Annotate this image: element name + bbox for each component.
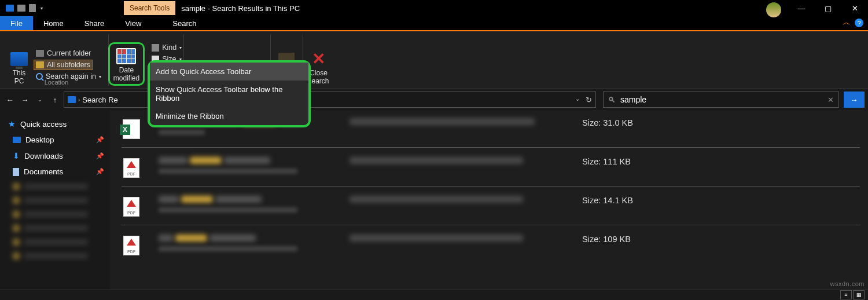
calendar-icon [116,48,136,64]
sidebar-desktop-label: Desktop [25,136,54,144]
address-dropdown-icon[interactable]: ⌄ [575,96,580,104]
collapse-ribbon-icon[interactable]: ︿ [843,17,851,28]
maximize-button[interactable]: ▢ [815,0,841,16]
qat-dropdown-icon[interactable]: ▾ [41,6,43,11]
menu-add-to-qat-label: Add to Quick Access Toolbar [156,67,251,76]
sidebar-downloads-label: Downloads [24,152,63,160]
view-tab[interactable]: View [115,16,152,30]
window-title: sample - Search Results in This PC [181,4,300,13]
result-row[interactable]: PDF Size: 111 KB [122,152,860,186]
pdf-file-icon: PDF [123,236,139,255]
help-icon[interactable]: ? [855,19,863,27]
excel-file-icon [123,119,140,139]
navigation-row: ← → ⌄ ↑ › Search Re ⌄ ↻ 🔍︎ ✕ → [0,89,868,110]
current-folder-button[interactable]: Current folder [34,48,93,58]
result-row[interactable]: PDF Size: 109 KB [122,230,860,264]
download-icon: ⬇ [13,151,20,160]
pin-icon: 📌 [96,152,104,160]
date-modified-label: Date modified [113,67,139,83]
sidebar-item-quick-access[interactable]: ★ Quick access [0,116,110,132]
folder-icon [36,61,44,68]
kind-label: Kind [162,43,176,52]
home-tab[interactable]: Home [33,16,74,30]
menubar: File Home Share View Search [0,16,868,31]
sidebar-item-blurred [0,193,110,207]
ribbon-group-location: This PC Current folder All subfolders Se… [5,34,109,86]
search-submit-button[interactable]: → [844,92,865,108]
all-subfolders-label: All subfolders [47,61,90,69]
forward-button[interactable]: → [19,93,31,106]
up-button[interactable]: ↑ [49,93,61,106]
navigation-pane: ★ Quick access Desktop 📌 ⬇ Downloads 📌 D… [0,110,110,290]
close-button[interactable]: ✕ [841,0,868,16]
current-folder-label: Current folder [47,49,91,57]
main-area: ★ Quick access Desktop 📌 ⬇ Downloads 📌 D… [0,110,868,290]
folder-icon [36,50,44,57]
watermark: wsxdn.com [830,280,865,287]
pdf-file-icon: PDF [123,158,139,178]
all-subfolders-button[interactable]: All subfolders [34,60,93,70]
search-icon: 🔍︎ [608,96,616,104]
result-size: Size: 14.1 KB [582,196,860,205]
sidebar-item-blurred [0,180,110,193]
breadcrumb-item[interactable]: Search Re [82,96,117,104]
sidebar-quick-access-label: Quick access [20,120,67,129]
pin-icon: 📌 [96,168,104,175]
date-modified-highlight: Date modified [108,42,145,86]
chevron-right-icon: › [78,97,80,103]
clear-search-icon[interactable]: ✕ [827,96,834,104]
user-avatar-icon[interactable] [766,2,781,17]
ribbon-context-menu: Add to Quick Access Toolbar Show Quick A… [148,60,311,127]
details-view-button[interactable]: ≡ [840,290,852,299]
sidebar-documents-label: Documents [24,167,63,176]
context-tab-search-tools[interactable]: Search Tools [124,1,175,15]
result-size: Size: 31.0 KB [582,118,860,127]
pc-icon [10,52,28,66]
result-size: Size: 109 KB [582,235,860,244]
date-modified-button[interactable]: Date modified [113,45,139,83]
close-search-button[interactable]: ✕ Close search [308,48,329,86]
titlebar: ▾ Search Tools sample - Search Results i… [0,0,868,16]
file-tab[interactable]: File [0,16,33,30]
quick-access-toolbar: ▾ [0,4,43,12]
sidebar-item-blurred [0,235,110,249]
search-box[interactable]: 🔍︎ ✕ [603,92,839,108]
group-label-location: Location [5,79,108,86]
location-icon [68,96,76,103]
thumbnails-view-button[interactable]: ▦ [853,290,865,299]
chevron-down-icon: ▾ [179,45,182,50]
search-tab[interactable]: Search [162,16,207,30]
sidebar-item-downloads[interactable]: ⬇ Downloads 📌 [0,148,110,164]
desktop-icon [13,137,21,143]
document-icon [13,168,19,176]
sidebar-item-blurred [0,249,110,263]
sidebar-item-blurred [0,207,110,221]
qat-explorer-icon[interactable] [6,5,14,12]
share-tab[interactable]: Share [74,16,115,30]
menu-show-qat-below-label: Show Quick Access Toolbar below the Ribb… [156,85,282,103]
star-icon: ★ [8,119,16,129]
minimize-button[interactable]: ― [788,0,815,16]
close-x-icon: ✕ [312,50,325,68]
results-pane: Size: 31.0 KB PDF Size: 111 KB PDF Size:… [110,110,868,290]
menu-show-qat-below[interactable]: Show Quick Access Toolbar below the Ribb… [150,81,308,107]
qat-file-icon[interactable] [29,4,36,12]
result-row[interactable]: PDF Size: 14.1 KB [122,191,860,225]
sidebar-item-documents[interactable]: Documents 📌 [0,164,110,180]
recent-locations-button[interactable]: ⌄ [34,93,46,106]
kind-button[interactable]: Kind▾ [149,42,184,53]
status-bar: ≡ ▦ [0,290,868,300]
qat-folder-icon[interactable] [17,5,25,12]
refresh-button[interactable]: ↻ [586,96,592,104]
search-input[interactable] [620,95,823,104]
menu-minimize-ribbon-label: Minimize the Ribbon [156,112,224,120]
result-size: Size: 111 KB [582,157,860,166]
back-button[interactable]: ← [3,93,16,106]
address-bar[interactable]: › Search Re ⌄ ↻ [64,92,596,108]
menu-minimize-ribbon[interactable]: Minimize the Ribbon [150,107,308,125]
kind-icon [152,44,159,52]
window-controls: ― ▢ ✕ [788,0,868,16]
sidebar-item-desktop[interactable]: Desktop 📌 [0,132,110,148]
menu-add-to-qat[interactable]: Add to Quick Access Toolbar [150,63,308,81]
close-search-label: Close search [308,69,329,86]
